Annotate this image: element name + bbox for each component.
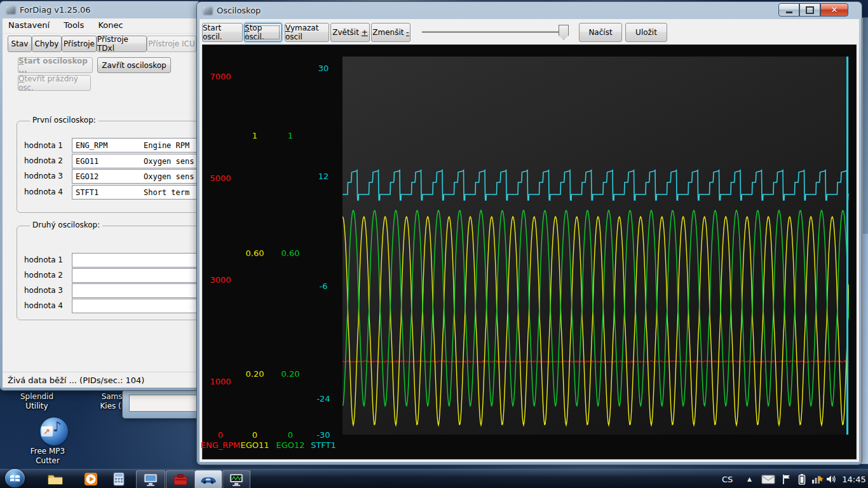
- monitor-blue-icon: [143, 473, 158, 487]
- maximize-button[interactable]: [799, 3, 820, 17]
- mail-icon[interactable]: [761, 472, 775, 486]
- group1-title: První osciloskop:: [30, 116, 98, 125]
- close-button[interactable]: ✕: [820, 3, 848, 17]
- ulozit-button[interactable]: Uložit: [625, 23, 667, 42]
- network-icon[interactable]: [811, 472, 824, 486]
- hodnota4-label: hodnota 4: [17, 187, 63, 196]
- free-mp3-cutter-icon: ♪ ↗: [40, 417, 68, 445]
- volume-icon[interactable]: [826, 472, 837, 486]
- otevrit-prazdny-button: Otevřít prázdný osc.: [18, 75, 91, 91]
- vymazat-oscil-button[interactable]: Vymazat oscil: [285, 23, 329, 42]
- desktop-wallpaper: Splendid Utility Samsung Kies (Lite) ♪ ↗…: [0, 0, 868, 488]
- hodnota3-field[interactable]: EGO12Oxygen sens: [72, 169, 198, 184]
- maximize-icon: [806, 6, 814, 14]
- zoom-slider-track[interactable]: [422, 31, 568, 34]
- tab-stav[interactable]: Stav: [8, 36, 32, 52]
- hodnota1-field[interactable]: ENG_RPMEngine RPM: [72, 138, 198, 152]
- start-oscil-button[interactable]: Start oscil.: [202, 23, 243, 42]
- scope-black-area: 70005000300010000ENG_RPM10.600.200EGO111…: [202, 44, 857, 459]
- osc-app-icon: [203, 6, 213, 15]
- status-text: Živá data běží ... (PIDs/sec.: 104): [8, 376, 144, 385]
- osc-titlebar[interactable]: Osciloskop: [197, 2, 862, 19]
- desktop-icon-splendid-utility[interactable]: Splendid Utility: [5, 392, 69, 411]
- osciloskop-window: Osciloskop ✕ Start oscil. Stop oscil. Vy…: [197, 2, 862, 464]
- hodnota2-label: hodnota 2: [17, 156, 63, 165]
- hodnota2-field[interactable]: EGO11Oxygen sens: [72, 154, 198, 168]
- osc-client-area: Start oscil. Stop oscil. Vymazat oscil Z…: [200, 19, 859, 462]
- hodnota2-label2: hodnota 2: [17, 271, 63, 280]
- icon-label: Splendid: [20, 392, 53, 401]
- fordiag-window-title: ForDiag v1.25.06: [20, 5, 91, 15]
- hodnota3-label2: hodnota 3: [17, 286, 63, 295]
- minimize-button[interactable]: [778, 3, 799, 17]
- taskbar-app2-button[interactable]: [166, 470, 195, 488]
- hodnota3-label: hodnota 3: [17, 172, 63, 180]
- stop-oscil-button[interactable]: Stop oscil.: [244, 23, 282, 42]
- battery-icon[interactable]: [798, 472, 806, 486]
- hodnota1-field2[interactable]: [72, 253, 198, 268]
- taskbar-calculator-icon[interactable]: [111, 471, 127, 487]
- axis-tick-EGO12: 0.60: [265, 249, 316, 258]
- zavrit-osciloskop-button[interactable]: Zavřít osciloskop: [97, 57, 171, 73]
- menu-konec[interactable]: Konec: [92, 18, 128, 32]
- axis-tick-EGO12: 0.20: [265, 370, 316, 379]
- desktop-icon-free-mp3-cutter[interactable]: ♪ ↗ Free MP3 Cutter: [16, 416, 79, 466]
- zmensit-button[interactable]: Zmenšit -: [371, 23, 410, 42]
- language-indicator[interactable]: CS: [722, 472, 733, 486]
- osc-caption-buttons: ✕: [778, 3, 848, 15]
- start-button[interactable]: [5, 469, 25, 487]
- menu-tools[interactable]: Tools: [58, 18, 90, 32]
- hidden-icons-caret[interactable]: ▲: [747, 472, 752, 486]
- taskbar-app1-button[interactable]: [136, 470, 165, 488]
- axis-tick-ENG_RPM: 5000: [195, 174, 246, 183]
- zoom-slider-thumb[interactable]: [559, 25, 569, 40]
- current-value-STFT1: -30: [298, 431, 349, 440]
- hodnota3-field2[interactable]: [72, 283, 198, 298]
- fordiag-menubar: Nastavení Tools Konec: [3, 18, 198, 34]
- tab-chyby[interactable]: Chyby: [32, 36, 62, 52]
- clock[interactable]: 14:45: [841, 472, 867, 486]
- fordiag-statusbar: Živá data běží ... (PIDs/sec.: 104): [3, 372, 198, 388]
- fordiag-client: Nastavení Tools Konec Stav Chyby Přístro…: [3, 18, 198, 388]
- fordiag-window: ForDiag v1.25.06 Nastavení Tools Konec S…: [0, 1, 198, 390]
- scrollbar-upper[interactable]: [863, 18, 868, 234]
- taskbar-explorer-icon[interactable]: [47, 471, 64, 487]
- hodnota4-field2[interactable]: [72, 299, 198, 313]
- folder-icon: [48, 473, 63, 485]
- axis-tick-STFT1: -24: [298, 395, 349, 403]
- monitor-scope-icon: [229, 473, 244, 487]
- red-toolbox-icon: [173, 473, 188, 486]
- menu-nastaveni[interactable]: Nastavení: [3, 18, 55, 32]
- tab-pristroje[interactable]: Přístroje: [62, 36, 97, 52]
- fordiag-titlebar[interactable]: ForDiag v1.25.06: [0, 1, 198, 18]
- scrollbar-lower[interactable]: [863, 234, 868, 464]
- osc-window-title: Osciloskop: [217, 6, 261, 15]
- taskbar-fordiag-button[interactable]: [195, 470, 222, 488]
- hodnota4-field[interactable]: STFT1Short term: [72, 185, 198, 200]
- windows-flag-icon: [10, 473, 20, 483]
- series-name-STFT1: STFT1: [298, 441, 349, 450]
- osc-toolbar: Start oscil. Stop oscil. Vymazat oscil Z…: [200, 19, 859, 44]
- druhy-osciloskop-group: Druhý osciloskop: hodnota 1 hodnota 2 ho…: [17, 226, 198, 320]
- action-center-flag-icon[interactable]: [782, 472, 791, 486]
- axis-tick-STFT1: -6: [298, 282, 349, 291]
- minimize-icon: [786, 11, 792, 13]
- start-osciloskop-button: Start osciloskop ...: [18, 57, 93, 73]
- axis-tick-STFT1: 30: [298, 64, 349, 73]
- hodnota1-label: hodnota 1: [17, 141, 63, 150]
- zvetsit-button[interactable]: Zvětšit +: [330, 23, 370, 42]
- axis-tick-ENG_RPM: 7000: [195, 72, 246, 81]
- hodnota2-field2[interactable]: [72, 268, 198, 283]
- axis-tick-ENG_RPM: 3000: [195, 276, 246, 285]
- taskbar-osciloskop-button[interactable]: [222, 470, 250, 488]
- calculator-icon: [113, 472, 125, 486]
- hodnota4-label2: hodnota 4: [17, 301, 63, 310]
- taskbar: CS ▲ 14:45: [0, 469, 868, 488]
- waveform-plot: [342, 57, 849, 435]
- taskbar-mediaplayer-icon[interactable]: [83, 471, 99, 487]
- axis-tick-STFT1: 12: [298, 172, 349, 181]
- fordiag-app-icon: [6, 6, 16, 15]
- tab-pristroje-tdxl[interactable]: Přístroje TDxl: [97, 36, 147, 52]
- nacist-button[interactable]: Načíst: [579, 23, 622, 42]
- icon-label: Free MP3: [31, 447, 65, 456]
